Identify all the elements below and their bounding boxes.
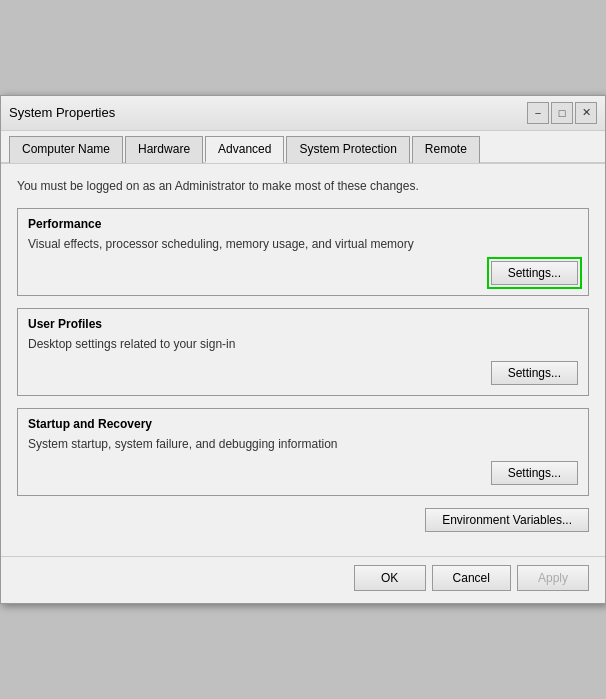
minimize-button[interactable]: − — [527, 102, 549, 124]
window-title: System Properties — [9, 105, 115, 120]
tab-computer-name[interactable]: Computer Name — [9, 136, 123, 163]
tab-advanced[interactable]: Advanced — [205, 136, 284, 163]
title-bar: System Properties − □ ✕ — [1, 96, 605, 131]
tab-content: You must be logged on as an Administrato… — [1, 164, 605, 557]
apply-button[interactable]: Apply — [517, 565, 589, 591]
user-profiles-title: User Profiles — [28, 317, 578, 331]
performance-section: Performance Visual effects, processor sc… — [17, 208, 589, 296]
cancel-button[interactable]: Cancel — [432, 565, 511, 591]
startup-recovery-btn-row: Settings... — [28, 461, 578, 485]
performance-btn-row: Settings... — [28, 261, 578, 285]
maximize-button[interactable]: □ — [551, 102, 573, 124]
startup-recovery-desc: System startup, system failure, and debu… — [28, 437, 578, 451]
user-profiles-section: User Profiles Desktop settings related t… — [17, 308, 589, 396]
user-profiles-settings-button[interactable]: Settings... — [491, 361, 578, 385]
performance-desc: Visual effects, processor scheduling, me… — [28, 237, 578, 251]
environment-variables-button[interactable]: Environment Variables... — [425, 508, 589, 532]
close-button[interactable]: ✕ — [575, 102, 597, 124]
tab-hardware[interactable]: Hardware — [125, 136, 203, 163]
env-btn-row: Environment Variables... — [17, 508, 589, 532]
startup-recovery-settings-button[interactable]: Settings... — [491, 461, 578, 485]
tab-bar: Computer Name Hardware Advanced System P… — [1, 131, 605, 164]
user-profiles-desc: Desktop settings related to your sign-in — [28, 337, 578, 351]
bottom-button-bar: OK Cancel Apply — [1, 556, 605, 603]
user-profiles-btn-row: Settings... — [28, 361, 578, 385]
title-bar-controls: − □ ✕ — [527, 102, 597, 124]
tab-system-protection[interactable]: System Protection — [286, 136, 409, 163]
performance-settings-button[interactable]: Settings... — [491, 261, 578, 285]
tab-remote[interactable]: Remote — [412, 136, 480, 163]
system-properties-window: System Properties − □ ✕ Computer Name Ha… — [0, 95, 606, 605]
startup-recovery-title: Startup and Recovery — [28, 417, 578, 431]
ok-button[interactable]: OK — [354, 565, 426, 591]
admin-notice: You must be logged on as an Administrato… — [17, 178, 589, 195]
performance-title: Performance — [28, 217, 578, 231]
startup-recovery-section: Startup and Recovery System startup, sys… — [17, 408, 589, 496]
